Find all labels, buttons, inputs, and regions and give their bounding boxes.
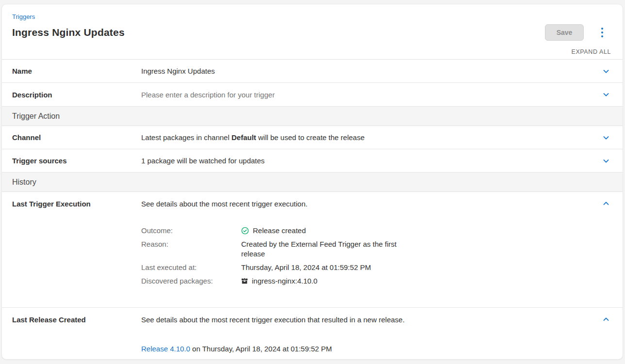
reason-row: Reason: Created by the External Feed Tri… [141, 239, 623, 259]
discovered-packages-row: Discovered packages: ingress-nginx:4.10.… [141, 276, 623, 286]
section-trigger-action-label: Trigger Action [12, 112, 60, 121]
last-executed-label: Last executed at: [141, 263, 241, 272]
trigger-sources-label: Trigger sources [12, 157, 141, 165]
last-executed-value: Thursday, April 18, 2024 at 01:59:52 PM [241, 263, 421, 272]
discovered-packages-text: ingress-nginx:4.10.0 [252, 276, 317, 286]
outcome-label: Outcome: [141, 226, 241, 236]
page-header: Triggers Ingress Nginx Updates Save [2, 4, 623, 41]
channel-label: Channel [12, 133, 141, 142]
name-label: Name [12, 67, 141, 75]
chevron-up-icon[interactable] [595, 199, 623, 208]
page-title: Ingress Nginx Updates [12, 27, 125, 38]
description-placeholder: Please enter a description for your trig… [141, 91, 595, 99]
section-trigger-action: Trigger Action [2, 107, 623, 126]
last-executed-row: Last executed at: Thursday, April 18, 20… [141, 263, 623, 272]
outcome-value: Release created [241, 226, 421, 236]
chevron-down-icon[interactable] [595, 157, 623, 165]
expand-all-button[interactable]: EXPAND ALL [571, 48, 611, 55]
description-row[interactable]: Description Please enter a description f… [2, 83, 623, 107]
description-label: Description [12, 91, 141, 99]
last-trigger-execution-header[interactable]: Last Trigger Execution See details about… [12, 192, 623, 215]
name-row[interactable]: Name Ingress Nginx Updates [2, 60, 623, 83]
package-icon [241, 278, 248, 285]
last-trigger-execution-label: Last Trigger Execution [12, 200, 141, 208]
trigger-sources-row[interactable]: Trigger sources 1 package will be watche… [2, 149, 623, 173]
trigger-detail-card: Triggers Ingress Nginx Updates Save EXPA… [1, 4, 623, 360]
check-circle-icon [241, 227, 249, 235]
chevron-down-icon[interactable] [595, 133, 623, 142]
name-value: Ingress Nginx Updates [141, 67, 595, 75]
section-history: History [2, 173, 623, 192]
outcome-text: Release created [253, 226, 306, 236]
trigger-sources-value: 1 package will be watched for updates [141, 157, 595, 165]
last-release-created-header[interactable]: Last Release Created See details about t… [12, 308, 623, 331]
breadcrumb[interactable]: Triggers [12, 13, 35, 20]
expand-all-row: EXPAND ALL [2, 41, 623, 60]
channel-row[interactable]: Channel Latest packages in channel Defau… [2, 126, 623, 149]
last-trigger-execution-details: Outcome: Release created Reason: Created… [141, 215, 623, 307]
discovered-packages-value: ingress-nginx:4.10.0 [241, 276, 421, 286]
reason-value: Created by the External Feed Trigger as … [241, 239, 421, 259]
outcome-row: Outcome: Release created [141, 226, 623, 236]
chevron-down-icon[interactable] [595, 90, 623, 99]
release-link[interactable]: Release 4.10.0 [141, 345, 190, 353]
discovered-packages-label: Discovered packages: [141, 276, 241, 286]
release-line: Release 4.10.0 on Thursday, April 18, 20… [141, 344, 623, 354]
last-release-created-section: Last Release Created See details about t… [2, 308, 623, 360]
chevron-down-icon[interactable] [595, 67, 623, 76]
last-trigger-execution-description: See details about the most recent trigge… [141, 200, 595, 208]
release-date-text: on Thursday, April 18, 2024 at 01:59:52 … [190, 345, 332, 353]
last-trigger-execution-section: Last Trigger Execution See details about… [2, 192, 623, 308]
kebab-menu-icon[interactable] [593, 24, 611, 41]
save-button[interactable]: Save [545, 24, 584, 41]
channel-value: Latest packages in channel Default will … [141, 133, 595, 142]
last-release-created-label: Last Release Created [12, 316, 141, 324]
last-release-created-details: Release 4.10.0 on Thursday, April 18, 20… [141, 331, 623, 360]
reason-label: Reason: [141, 239, 241, 259]
section-history-label: History [12, 178, 36, 187]
channel-name: Default [231, 133, 256, 142]
last-release-created-description: See details about the most recent trigge… [141, 316, 595, 324]
chevron-up-icon[interactable] [595, 315, 623, 324]
